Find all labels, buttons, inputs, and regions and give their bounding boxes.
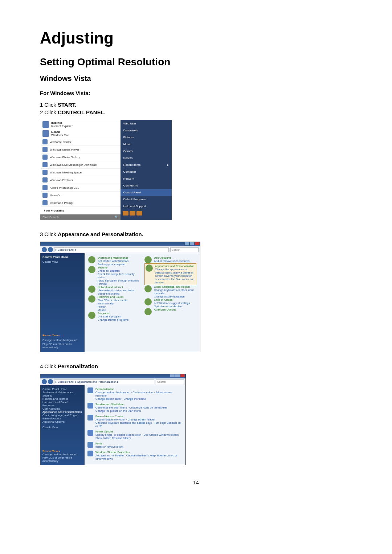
- app-icon: [42, 147, 48, 152]
- app-icon: [42, 155, 48, 160]
- item-icon: [87, 403, 93, 409]
- sm-right-item: Computer: [121, 168, 172, 175]
- window-titlebar: [40, 242, 200, 246]
- category-icon: [146, 264, 153, 272]
- back-icon: [42, 247, 47, 252]
- sm-power-buttons: [121, 210, 172, 217]
- item-icon: [87, 442, 93, 448]
- step-3: 3Click Appearance and Personalization.: [40, 231, 352, 237]
- cp-cat: SecurityCheck for updatesCheck this comp…: [88, 266, 140, 286]
- forward-icon: [48, 247, 53, 252]
- heading-resolution: Setting Optimal Resolution: [40, 56, 352, 68]
- sm-recent-item: Adobe Photoshop CS2: [40, 184, 121, 192]
- sm-right-item: Web User: [121, 120, 172, 127]
- cp-cat-appearance: Appearance and PersonalizationChange the…: [144, 263, 196, 285]
- screenshot-start-menu: InternetInternet Explorer E-mailWindows …: [40, 120, 172, 220]
- mail-icon: [42, 130, 49, 137]
- cp-cat: Clock, Language, and RegionChange keyboa…: [144, 285, 196, 298]
- category-icon: [88, 286, 95, 293]
- sm-right-item: Help and Support: [121, 203, 172, 210]
- sm-recent-item: Windows Photo Gallery: [40, 153, 121, 161]
- search-box: Search: [170, 247, 199, 252]
- ap-item: Taskbar and Start MenuCustomize the Star…: [87, 403, 183, 413]
- sm-right-item: Network: [121, 175, 172, 182]
- cp-cat: Ease of AccessLet Windows suggest settin…: [144, 298, 196, 308]
- ap-item: Folder OptionsSpecify single- or double-…: [87, 430, 183, 440]
- cp-cat: User AccountsAdd or remove user accounts: [144, 256, 196, 263]
- sm-recent-item: Windows Media Player: [40, 146, 121, 153]
- sm-right-item: Pictures: [121, 134, 172, 141]
- sm-right-item: Default Programs: [121, 196, 172, 203]
- cp-cat: Additional Options: [144, 308, 196, 315]
- address-bar: ▸ Control Panel ▸ Search: [40, 246, 200, 253]
- category-icon: [88, 266, 95, 273]
- app-icon: [42, 193, 48, 198]
- app-icon: [42, 162, 48, 167]
- sm-search: Start Search🔍: [40, 214, 121, 220]
- cp-categories: System and MaintenanceGet started with W…: [85, 253, 200, 352]
- step-1: 1Click START.: [40, 102, 352, 108]
- step-4: 4Click Personalization: [40, 363, 352, 369]
- back-icon: [42, 379, 47, 384]
- cp-cat: System and MaintenanceGet started with W…: [88, 256, 140, 266]
- sm-right-item: Games: [121, 148, 172, 155]
- app-icon: [42, 177, 48, 182]
- heading-vista: Windows Vista: [40, 74, 352, 83]
- category-icon: [88, 256, 95, 263]
- screenshot-appearance: ▸ Control Panel ▸ Appearance and Persona…: [40, 374, 186, 465]
- window-titlebar: [40, 374, 185, 378]
- ap-item: FontsInstall or remove a font: [87, 442, 183, 448]
- forward-icon: [48, 379, 53, 384]
- sm-right-control-panel: Control Panel: [121, 189, 172, 196]
- cp-sidebar: Control Panel Home Classic View Recent T…: [40, 253, 85, 352]
- sm-recent-item: Welcome Center: [40, 138, 121, 146]
- ap-items: PersonalizationChange desktop background…: [85, 385, 185, 465]
- ap-item-personalization: PersonalizationChange desktop background…: [87, 387, 183, 401]
- sm-right-item: Recent Items: [121, 161, 172, 168]
- category-icon: [144, 298, 152, 305]
- ap-item: Windows Sidebar PropertiesAdd gadgets to…: [87, 451, 183, 460]
- intro-label: For Windows Vista:: [40, 90, 352, 96]
- item-icon: [87, 430, 93, 436]
- ie-icon: [42, 121, 49, 128]
- app-icon: [42, 185, 48, 190]
- sm-recent-item: NameOn: [40, 192, 121, 199]
- app-icon: [42, 200, 48, 205]
- sm-right-item: Search: [121, 155, 172, 161]
- cp-cat: Network and InternetView network status …: [88, 286, 140, 295]
- screenshot-control-panel: ▸ Control Panel ▸ Search Control Panel H…: [40, 242, 200, 352]
- ap-sidebar: Control Panel Home System and Maintenanc…: [40, 385, 85, 465]
- page-number: 14: [40, 480, 352, 485]
- sm-right-item: Connect To: [121, 182, 172, 189]
- category-icon: [88, 295, 95, 303]
- search-icon: 🔍: [115, 216, 118, 219]
- address-bar: ▸ Control Panel ▸ Appearance and Persona…: [40, 378, 185, 385]
- app-icon: [42, 170, 48, 175]
- sm-pinned-email: E-mailWindows Mail: [40, 129, 121, 138]
- category-icon: [144, 256, 152, 263]
- app-icon: [42, 139, 48, 144]
- search-box: Search: [156, 379, 184, 384]
- sm-recent-item: Windows Live Messenger Download: [40, 161, 121, 169]
- breadcrumb: ▸ Control Panel ▸: [54, 247, 169, 252]
- category-icon: [88, 312, 95, 319]
- category-icon: [144, 308, 152, 315]
- item-icon: [87, 451, 93, 456]
- sm-recent-item: Command Prompt: [40, 199, 121, 207]
- heading-adjusting: Adjusting: [40, 29, 352, 47]
- sm-recent-item: Windows Meeting Space: [40, 169, 121, 176]
- cp-cat: Hardware and SoundPlay CDs or other medi…: [88, 295, 140, 312]
- sm-all-programs: ▸ All Programs: [40, 207, 121, 214]
- sm-right-item: Documents: [121, 127, 172, 134]
- item-icon: [87, 415, 93, 420]
- sm-pinned-internet: InternetInternet Explorer: [40, 120, 121, 129]
- sm-right-item: Music: [121, 141, 172, 148]
- breadcrumb: ▸ Control Panel ▸ Appearance and Persona…: [54, 379, 154, 384]
- item-icon: [87, 387, 93, 393]
- ap-item: Ease of Access CenterAccommodate low vis…: [87, 415, 183, 428]
- sm-recent-item: Windows Explorer: [40, 176, 121, 184]
- step-2: 2Click CONTROL PANEL.: [40, 109, 352, 115]
- cp-cat: ProgramsUninstall a programChange startu…: [88, 312, 140, 321]
- category-icon: [144, 285, 152, 292]
